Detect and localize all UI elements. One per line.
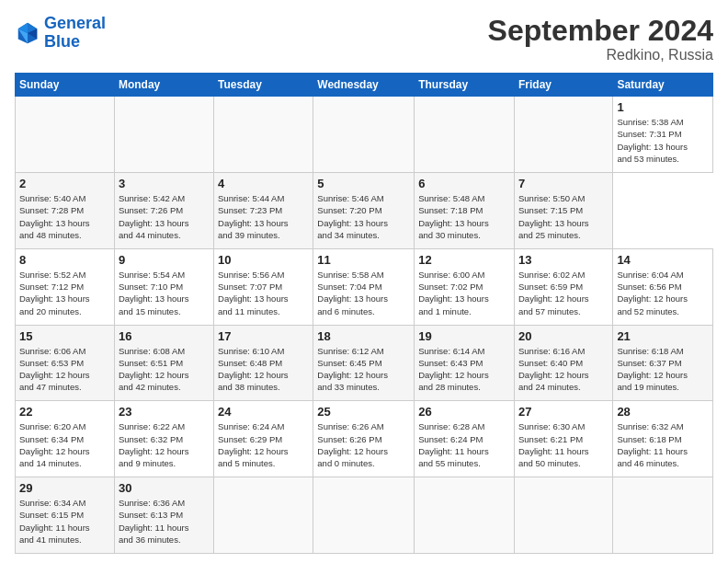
calendar-week-3: 8Sunrise: 5:52 AM Sunset: 7:12 PM Daylig… — [16, 248, 713, 325]
day-info: Sunrise: 5:58 AM Sunset: 7:04 PM Dayligh… — [317, 269, 410, 317]
calendar-day: 18Sunrise: 6:12 AM Sunset: 6:45 PM Dayli… — [313, 325, 415, 401]
day-info: Sunrise: 6:12 AM Sunset: 6:45 PM Dayligh… — [317, 345, 410, 394]
day-number: 14 — [617, 253, 709, 267]
day-info: Sunrise: 5:50 AM Sunset: 7:15 PM Dayligh… — [518, 192, 609, 241]
day-number: 18 — [317, 329, 410, 343]
calendar-day — [613, 477, 713, 554]
day-number: 12 — [418, 253, 510, 267]
day-info: Sunrise: 5:52 AM Sunset: 7:12 PM Dayligh… — [19, 269, 110, 317]
day-number: 20 — [518, 329, 609, 343]
day-number: 30 — [119, 481, 210, 495]
day-number: 15 — [19, 329, 110, 343]
calendar-day: 28Sunrise: 6:32 AM Sunset: 6:18 PM Dayli… — [613, 401, 713, 477]
empty-cell — [16, 97, 115, 173]
calendar-header-monday: Monday — [114, 74, 213, 97]
calendar-day: 1Sunrise: 5:38 AM Sunset: 7:31 PM Daylig… — [613, 97, 713, 173]
day-info: Sunrise: 6:06 AM Sunset: 6:53 PM Dayligh… — [19, 345, 110, 394]
day-number: 27 — [518, 405, 609, 419]
day-number: 21 — [617, 329, 709, 343]
day-number: 26 — [418, 405, 510, 419]
logo: General Blue — [15, 15, 106, 52]
day-info: Sunrise: 5:56 AM Sunset: 7:07 PM Dayligh… — [218, 269, 309, 317]
logo-icon — [15, 20, 40, 46]
calendar-day — [214, 477, 313, 554]
day-info: Sunrise: 5:38 AM Sunset: 7:31 PM Dayligh… — [617, 116, 709, 165]
day-number: 9 — [119, 253, 210, 267]
calendar-week-1: 1Sunrise: 5:38 AM Sunset: 7:31 PM Daylig… — [16, 97, 713, 173]
day-number: 10 — [218, 253, 309, 267]
calendar-day: 13Sunrise: 6:02 AM Sunset: 6:59 PM Dayli… — [514, 248, 612, 325]
calendar-day: 9Sunrise: 5:54 AM Sunset: 7:10 PM Daylig… — [114, 248, 213, 325]
day-number: 28 — [617, 405, 709, 419]
empty-cell — [514, 97, 612, 173]
day-number: 19 — [418, 329, 510, 343]
day-number: 1 — [617, 100, 709, 114]
calendar-header-friday: Friday — [514, 74, 612, 97]
day-info: Sunrise: 6:18 AM Sunset: 6:37 PM Dayligh… — [617, 345, 709, 394]
day-number: 7 — [518, 177, 609, 190]
day-number: 2 — [19, 177, 110, 190]
empty-cell — [114, 97, 213, 173]
calendar-day: 10Sunrise: 5:56 AM Sunset: 7:07 PM Dayli… — [214, 248, 313, 325]
calendar-header-wednesday: Wednesday — [313, 74, 415, 97]
day-info: Sunrise: 6:28 AM Sunset: 6:24 PM Dayligh… — [418, 420, 510, 469]
day-info: Sunrise: 6:24 AM Sunset: 6:29 PM Dayligh… — [218, 420, 309, 469]
calendar-day: 11Sunrise: 5:58 AM Sunset: 7:04 PM Dayli… — [313, 248, 415, 325]
calendar-week-2: 2Sunrise: 5:40 AM Sunset: 7:28 PM Daylig… — [16, 172, 713, 248]
calendar-day: 29Sunrise: 6:34 AM Sunset: 6:15 PM Dayli… — [16, 477, 115, 554]
day-info: Sunrise: 6:32 AM Sunset: 6:18 PM Dayligh… — [617, 420, 709, 469]
calendar-day — [415, 477, 515, 554]
day-info: Sunrise: 5:48 AM Sunset: 7:18 PM Dayligh… — [418, 192, 510, 241]
day-info: Sunrise: 5:54 AM Sunset: 7:10 PM Dayligh… — [119, 269, 210, 317]
day-info: Sunrise: 6:14 AM Sunset: 6:43 PM Dayligh… — [418, 345, 510, 394]
calendar-day: 8Sunrise: 5:52 AM Sunset: 7:12 PM Daylig… — [16, 248, 115, 325]
empty-cell — [214, 97, 313, 173]
calendar-day: 21Sunrise: 6:18 AM Sunset: 6:37 PM Dayli… — [613, 325, 713, 401]
calendar-day — [514, 477, 612, 554]
day-info: Sunrise: 6:02 AM Sunset: 6:59 PM Dayligh… — [518, 269, 609, 317]
day-number: 3 — [119, 177, 210, 190]
day-info: Sunrise: 6:00 AM Sunset: 7:02 PM Dayligh… — [418, 269, 510, 317]
calendar-day: 26Sunrise: 6:28 AM Sunset: 6:24 PM Dayli… — [415, 401, 515, 477]
empty-cell — [313, 97, 415, 173]
calendar-day: 2Sunrise: 5:40 AM Sunset: 7:28 PM Daylig… — [16, 172, 115, 248]
header: General Blue September 2024 Redkino, Rus… — [15, 15, 713, 63]
calendar-day: 5Sunrise: 5:46 AM Sunset: 7:20 PM Daylig… — [313, 172, 415, 248]
calendar-week-4: 15Sunrise: 6:06 AM Sunset: 6:53 PM Dayli… — [16, 325, 713, 401]
calendar-day: 23Sunrise: 6:22 AM Sunset: 6:32 PM Dayli… — [114, 401, 213, 477]
day-info: Sunrise: 6:36 AM Sunset: 6:13 PM Dayligh… — [119, 497, 210, 546]
day-number: 29 — [19, 481, 110, 495]
calendar-day: 19Sunrise: 6:14 AM Sunset: 6:43 PM Dayli… — [415, 325, 515, 401]
calendar-table: SundayMondayTuesdayWednesdayThursdayFrid… — [15, 73, 713, 554]
calendar-week-6: 29Sunrise: 6:34 AM Sunset: 6:15 PM Dayli… — [16, 477, 713, 554]
day-info: Sunrise: 6:22 AM Sunset: 6:32 PM Dayligh… — [119, 420, 210, 469]
day-info: Sunrise: 6:34 AM Sunset: 6:15 PM Dayligh… — [19, 497, 110, 546]
day-number: 4 — [218, 177, 309, 190]
day-number: 22 — [19, 405, 110, 419]
day-info: Sunrise: 5:42 AM Sunset: 7:26 PM Dayligh… — [119, 192, 210, 241]
day-info: Sunrise: 5:46 AM Sunset: 7:20 PM Dayligh… — [317, 192, 410, 241]
day-number: 25 — [317, 405, 410, 419]
calendar-day: 4Sunrise: 5:44 AM Sunset: 7:23 PM Daylig… — [214, 172, 313, 248]
calendar-header-row: SundayMondayTuesdayWednesdayThursdayFrid… — [16, 74, 713, 97]
day-number: 16 — [119, 329, 210, 343]
day-number: 5 — [317, 177, 410, 190]
calendar-day: 12Sunrise: 6:00 AM Sunset: 7:02 PM Dayli… — [415, 248, 515, 325]
calendar-day: 24Sunrise: 6:24 AM Sunset: 6:29 PM Dayli… — [214, 401, 313, 477]
calendar-header-tuesday: Tuesday — [214, 74, 313, 97]
page: General Blue September 2024 Redkino, Rus… — [0, 0, 728, 563]
day-info: Sunrise: 6:16 AM Sunset: 6:40 PM Dayligh… — [518, 345, 609, 394]
day-number: 8 — [19, 253, 110, 267]
calendar-day: 3Sunrise: 5:42 AM Sunset: 7:26 PM Daylig… — [114, 172, 213, 248]
day-number: 13 — [518, 253, 609, 267]
calendar-day: 22Sunrise: 6:20 AM Sunset: 6:34 PM Dayli… — [16, 401, 115, 477]
day-number: 6 — [418, 177, 510, 190]
calendar-week-5: 22Sunrise: 6:20 AM Sunset: 6:34 PM Dayli… — [16, 401, 713, 477]
day-info: Sunrise: 5:40 AM Sunset: 7:28 PM Dayligh… — [19, 192, 110, 241]
day-info: Sunrise: 6:10 AM Sunset: 6:48 PM Dayligh… — [218, 345, 309, 394]
logo-general: General — [44, 14, 106, 32]
day-info: Sunrise: 6:08 AM Sunset: 6:51 PM Dayligh… — [119, 345, 210, 394]
day-number: 24 — [218, 405, 309, 419]
day-number: 23 — [119, 405, 210, 419]
calendar-header-saturday: Saturday — [613, 74, 713, 97]
